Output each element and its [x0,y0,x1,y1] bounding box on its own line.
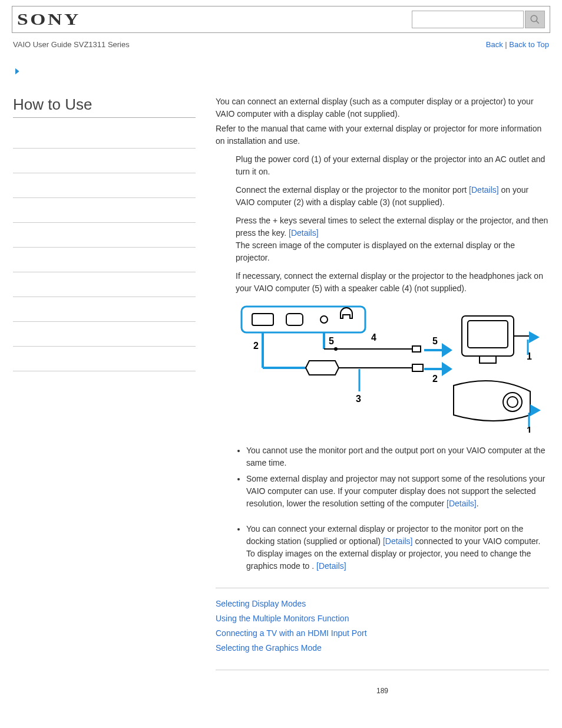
svg-rect-3 [252,314,273,325]
back-link[interactable]: Back [486,40,503,49]
sidebar-title: How to Use [13,95,196,118]
notes-list-1: You cannot use the monitor port and the … [216,444,549,510]
svg-text:1: 1 [527,426,532,433]
svg-text:3: 3 [356,394,361,404]
search-button[interactable] [525,11,545,28]
svg-point-27 [507,397,518,407]
svg-point-0 [531,15,537,22]
search-icon [530,14,540,25]
svg-rect-4 [286,314,303,325]
svg-point-26 [503,393,522,411]
step-2: Connect the external display or the proj… [216,184,549,209]
separator [216,670,549,670]
step-4: If necessary, connect the external displ… [216,270,549,295]
svg-rect-20 [462,316,514,356]
search-input[interactable] [412,11,524,28]
svg-text:5: 5 [329,336,334,346]
sidebar-item[interactable] [13,248,196,272]
related-topics: Selecting Display Modes Using the Multip… [216,598,549,654]
svg-point-17 [334,347,338,351]
intro-paragraph: You can connect an external display (suc… [216,95,549,120]
note-item: Some external display and projector may … [246,473,549,510]
connection-diagram: 2 5 3 2 4 [236,303,549,436]
guide-title: VAIO User Guide SVZ1311 Series [13,40,130,49]
svg-text:5: 5 [432,336,438,346]
svg-line-1 [536,21,539,24]
nav-links: Back | Back to Top [486,40,549,49]
sidebar-item[interactable] [13,297,196,322]
details-link[interactable]: [Details] [289,228,319,238]
details-link[interactable]: [Details] [383,536,413,546]
step-3: Press the + keys several times to select… [216,215,549,264]
svg-point-5 [320,316,328,323]
details-link[interactable]: [Details] [447,499,477,508]
intro-paragraph: Refer to the manual that came with your … [216,123,549,147]
svg-text:2: 2 [253,341,259,351]
details-link[interactable]: [Details] [469,185,499,195]
related-link[interactable]: Selecting Display Modes [216,598,549,610]
svg-text:4: 4 [371,332,376,342]
search-wrap [412,11,545,28]
svg-rect-22 [480,356,496,363]
step-1: Plug the power cord (1) of your external… [216,153,549,178]
sidebar-item[interactable] [13,124,196,149]
sidebar-item[interactable] [13,272,196,297]
main-content: You can connect an external display (suc… [196,95,549,696]
svg-rect-21 [468,321,508,348]
sony-logo: SONY [17,10,81,29]
related-link[interactable]: Connecting a TV with an HDMI Input Port [216,627,549,640]
notes-list-2: You can connect your external display or… [216,523,549,572]
sidebar-item[interactable] [13,322,196,347]
related-link[interactable]: Selecting the Graphics Mode [216,642,549,654]
page-number: 189 [216,686,549,696]
note-item: You can connect your external display or… [246,523,549,572]
sidebar-item[interactable] [13,223,196,248]
related-link[interactable]: Using the Multiple Monitors Function [216,612,549,625]
sidebar-item[interactable] [13,198,196,223]
back-to-top-link[interactable]: Back to Top [509,40,549,49]
svg-text:2: 2 [432,374,438,384]
sidebar-item[interactable] [13,149,196,173]
sidebar-item[interactable] [13,173,196,198]
note-item: You cannot use the monitor port and the … [246,444,549,469]
sub-bar: VAIO User Guide SVZ1311 Series Back | Ba… [13,40,549,49]
top-bar: SONY [12,6,550,33]
sidebar: How to Use [13,95,196,696]
details-link[interactable]: [Details] [316,561,346,571]
separator [216,588,549,588]
sidebar-item[interactable] [13,347,196,371]
breadcrumb-chevron [13,67,562,78]
